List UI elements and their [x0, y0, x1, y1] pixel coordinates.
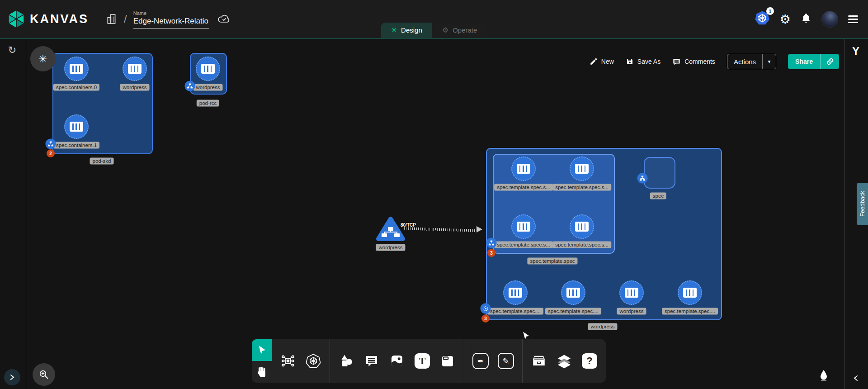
validate-ink-button[interactable] — [815, 366, 833, 384]
new-button-label: New — [601, 58, 614, 65]
container-icon — [517, 222, 530, 232]
container-node[interactable] — [503, 280, 528, 305]
notifications-bell-icon[interactable] — [801, 12, 811, 26]
error-count-badge[interactable]: 3 — [481, 314, 490, 323]
text-tool-button[interactable]: T — [410, 339, 435, 383]
container-icon — [128, 64, 142, 74]
copy-link-button[interactable] — [820, 54, 839, 69]
node-label: spec.template.spec.s... — [552, 184, 611, 191]
sync-icon[interactable]: ↻ — [8, 44, 16, 56]
components-tool-button[interactable] — [275, 339, 301, 383]
menu-hamburger-icon[interactable] — [848, 15, 858, 23]
drawer-tool-button[interactable] — [526, 339, 552, 383]
yaml-panel-icon[interactable]: Y — [852, 45, 859, 57]
container-node[interactable] — [64, 57, 89, 81]
shapes-tool-button[interactable] — [334, 339, 359, 383]
container-node[interactable] — [570, 157, 594, 181]
kubernetes-context-button[interactable]: 1 — [755, 10, 770, 28]
brand-wordmark: KANVAS — [30, 12, 89, 26]
network-edge[interactable] — [404, 227, 477, 232]
tab-operate[interactable]: ⚙ Operate — [432, 23, 487, 38]
organization-icon[interactable] — [106, 13, 118, 25]
utility-tools: ? — [523, 339, 606, 383]
container-node[interactable] — [678, 280, 702, 305]
text-icon: T — [415, 353, 430, 369]
caret-down-icon: ▾ — [768, 58, 771, 65]
comments-button-label: Comments — [684, 58, 715, 65]
service-node[interactable] — [376, 216, 405, 242]
active-tab-underline — [0, 38, 868, 39]
tab-design[interactable]: ✳ Design — [381, 23, 432, 38]
meshery-badge[interactable] — [481, 304, 491, 314]
freehand-tool-button[interactable]: ✎ — [493, 339, 519, 383]
group-label: spec.template.spec — [527, 258, 577, 265]
spec-node[interactable] — [644, 157, 675, 189]
right-panel-divider — [844, 39, 845, 389]
pencil-icon: ✎ — [502, 356, 509, 366]
new-pencil-icon — [590, 57, 598, 66]
error-count-badge[interactable]: 3 — [487, 249, 495, 257]
container-node[interactable] — [64, 114, 89, 139]
node-label: spec.template.spec.s... — [552, 242, 611, 248]
pen-tool-button[interactable]: ✒ — [468, 339, 493, 383]
relationship-badge[interactable] — [46, 139, 56, 149]
container-icon — [683, 288, 697, 298]
tab-operate-label: Operate — [453, 26, 477, 34]
save-as-button[interactable]: Save As — [626, 57, 660, 66]
actions-caret-button[interactable]: ▾ — [762, 54, 776, 69]
app-header: KANVAS / Name ✳ Design — [0, 0, 868, 38]
brand[interactable]: KANVAS — [7, 9, 89, 28]
comment-tool-button[interactable] — [359, 339, 384, 383]
container-icon — [566, 288, 580, 298]
relationship-badge[interactable] — [185, 81, 195, 91]
comments-button[interactable]: Comments — [672, 57, 715, 66]
help-tool-button[interactable]: ? — [577, 339, 602, 383]
expand-left-panel-button[interactable] — [4, 369, 20, 385]
layers-icon — [557, 353, 572, 369]
node-label: wordpress — [193, 84, 222, 91]
node-label: spec.template.spec.... — [545, 308, 601, 315]
group-label: pod-rcc — [197, 100, 219, 107]
node-label: spec.template.spec.... — [662, 308, 718, 315]
layers-tool-button[interactable] — [552, 339, 577, 383]
new-button[interactable]: New — [590, 57, 614, 66]
container-node[interactable] — [570, 214, 594, 239]
collapse-right-panel-button[interactable] — [848, 370, 863, 386]
header-right: 1 ⚙ — [755, 10, 858, 28]
freeze-group-button[interactable]: ✳ — [30, 46, 56, 71]
settings-gear-icon[interactable]: ⚙ — [780, 13, 791, 25]
select-tool-button[interactable] — [252, 339, 272, 361]
container-node[interactable] — [561, 280, 585, 305]
actions-button[interactable]: Actions — [727, 54, 762, 69]
zoom-button[interactable] — [33, 363, 55, 386]
user-avatar[interactable] — [821, 11, 838, 28]
node-label: spec.template.spec.... — [487, 308, 543, 315]
share-split-button: Share — [788, 54, 839, 69]
feedback-label: Feedback — [859, 191, 866, 217]
pan-tool-button[interactable] — [252, 361, 272, 383]
note-tool-button[interactable] — [435, 339, 460, 383]
sitemap-icon — [640, 176, 646, 181]
container-node[interactable] — [619, 280, 644, 305]
node-label: spec.containers.0 — [53, 84, 99, 91]
feedback-tab[interactable]: Feedback — [857, 183, 868, 225]
actions-split-button: Actions ▾ — [727, 54, 776, 69]
relationship-badge[interactable] — [637, 173, 648, 184]
error-count-badge[interactable]: 2 — [47, 149, 55, 157]
link-icon — [826, 57, 835, 66]
share-button[interactable]: Share — [788, 54, 820, 69]
kubernetes-tool-button[interactable] — [301, 339, 326, 383]
container-icon — [201, 64, 215, 74]
relationship-badge[interactable] — [486, 238, 497, 248]
container-node[interactable] — [511, 157, 536, 181]
design-action-bar: New Save As Comments Actions ▾ Share — [590, 54, 839, 69]
container-node[interactable] — [123, 57, 147, 81]
container-node[interactable] — [196, 57, 220, 81]
design-name-input[interactable] — [133, 17, 209, 28]
chevron-left-icon — [853, 375, 859, 381]
container-node[interactable] — [511, 214, 536, 239]
save-as-button-label: Save As — [637, 58, 660, 65]
node-label: wordpress — [120, 84, 149, 91]
image-tool-button[interactable] — [384, 339, 410, 383]
operate-icon: ⚙ — [442, 27, 448, 34]
